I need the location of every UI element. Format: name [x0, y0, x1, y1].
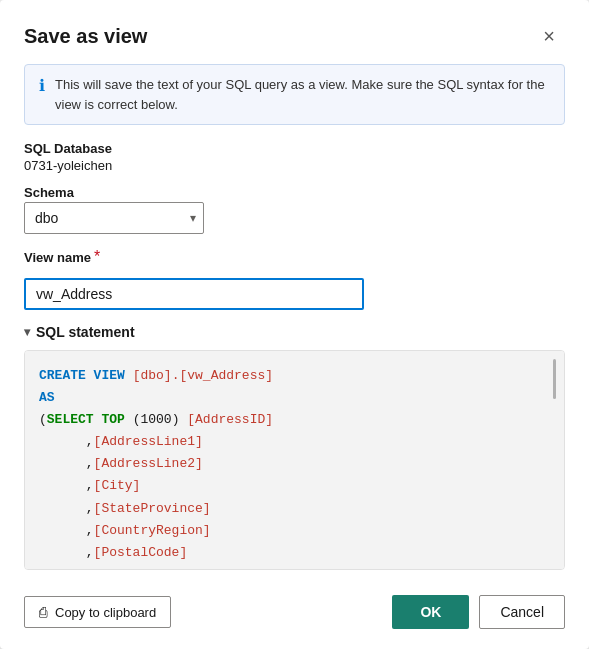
sql-line-4: ,[AddressLine1]	[39, 431, 550, 453]
dialog-footer: ⎙ Copy to clipboard OK Cancel	[0, 579, 589, 649]
viewname-required: *	[94, 248, 100, 266]
db-label: SQL Database	[24, 141, 565, 156]
schema-select[interactable]: dbo guest sys	[24, 202, 204, 234]
scrollbar	[553, 359, 556, 399]
sql-line-1: CREATE VIEW [dbo].[vw_Address]	[39, 365, 550, 387]
dialog-title: Save as view	[24, 25, 147, 48]
sql-line-7: ,[StateProvince]	[39, 498, 550, 520]
sql-line-3: (SELECT TOP (1000) [AddressID]	[39, 409, 550, 431]
info-icon: ℹ	[39, 76, 45, 95]
sql-line-9: ,[PostalCode]	[39, 542, 550, 564]
schema-select-wrapper: dbo guest sys ▾	[24, 202, 204, 234]
db-value: 0731-yoleichen	[24, 158, 565, 173]
sql-line-8: ,[CountryRegion]	[39, 520, 550, 542]
save-as-view-dialog: Save as view × ℹ This will save the text…	[0, 0, 589, 649]
sql-toggle[interactable]: ▾ SQL statement	[24, 324, 565, 340]
ok-button[interactable]: OK	[392, 595, 469, 629]
info-banner: ℹ This will save the text of your SQL qu…	[24, 64, 565, 125]
sql-code-container[interactable]: CREATE VIEW [dbo].[vw_Address] AS (SELEC…	[24, 350, 565, 570]
form-section: SQL Database 0731-yoleichen Schema dbo g…	[0, 141, 589, 310]
sql-line-2: AS	[39, 387, 550, 409]
copy-label: Copy to clipboard	[55, 605, 156, 620]
sql-section: ▾ SQL statement CREATE VIEW [dbo].[vw_Ad…	[0, 324, 589, 570]
viewname-label-row: View name *	[24, 248, 565, 266]
chevron-down-icon: ▾	[24, 325, 30, 339]
close-button[interactable]: ×	[533, 20, 565, 52]
viewname-input[interactable]	[24, 278, 364, 310]
info-banner-text: This will save the text of your SQL quer…	[55, 75, 550, 114]
dialog-header: Save as view ×	[0, 0, 589, 64]
viewname-label: View name	[24, 250, 91, 265]
schema-label: Schema	[24, 185, 565, 200]
sql-line-10: ,[rowguid]	[39, 564, 550, 570]
sql-line-6: ,[City]	[39, 475, 550, 497]
sql-toggle-label: SQL statement	[36, 324, 135, 340]
sql-line-5: ,[AddressLine2]	[39, 453, 550, 475]
copy-icon: ⎙	[39, 604, 47, 620]
copy-to-clipboard-button[interactable]: ⎙ Copy to clipboard	[24, 596, 171, 628]
cancel-button[interactable]: Cancel	[479, 595, 565, 629]
footer-actions: OK Cancel	[392, 595, 565, 629]
